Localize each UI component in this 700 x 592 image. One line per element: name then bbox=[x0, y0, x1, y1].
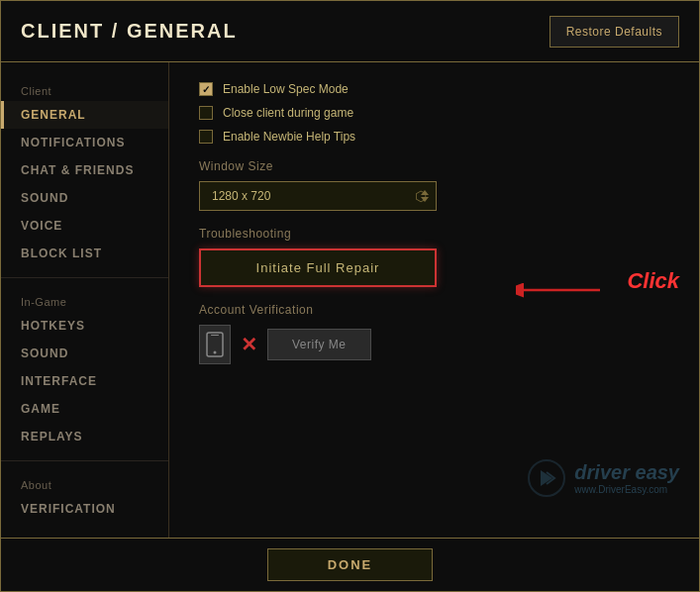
phone-icon bbox=[199, 325, 231, 364]
sidebar-item-voice[interactable]: VOICE bbox=[1, 212, 168, 240]
newbie-tips-label: Enable Newbie Help Tips bbox=[223, 130, 355, 144]
sidebar-item-hotkeys[interactable]: HOTKEYS bbox=[1, 312, 168, 340]
sidebar-item-chat-friends[interactable]: CHAT & FRIENDS bbox=[1, 156, 168, 184]
setting-low-spec: Enable Low Spec Mode bbox=[199, 82, 669, 96]
window-size-select-wrapper: 1280 x 720 1920 x 1080 1024 x 768 bbox=[199, 181, 437, 211]
sidebar-item-block-list[interactable]: BLOCK LIST bbox=[1, 240, 168, 267]
page-title: CLIENT / GENERAL bbox=[21, 20, 238, 43]
restore-defaults-button[interactable]: Restore Defaults bbox=[550, 16, 679, 48]
sidebar-item-game[interactable]: GAME bbox=[1, 395, 168, 423]
verify-me-button[interactable]: Verify Me bbox=[267, 329, 371, 360]
close-client-checkbox-label[interactable]: Close client during game bbox=[199, 106, 353, 120]
sidebar-item-verification[interactable]: VERIFICATION bbox=[1, 495, 168, 523]
watermark: driver easy www.DriverEasy.com bbox=[527, 458, 679, 498]
sidebar-item-sound-client[interactable]: SOUND bbox=[1, 184, 168, 212]
watermark-text: driver easy www.DriverEasy.com bbox=[574, 461, 679, 495]
sidebar-section-ingame: In-Game bbox=[1, 288, 168, 312]
troubleshooting-label: Troubleshooting bbox=[199, 227, 669, 241]
footer: DONE bbox=[1, 538, 699, 591]
sidebar-item-replays[interactable]: REPLAYS bbox=[1, 423, 168, 450]
account-verification-label: Account Verification bbox=[199, 303, 669, 317]
driver-easy-logo bbox=[527, 458, 566, 498]
sidebar-section-about: About bbox=[1, 471, 168, 495]
title-bold: GENERAL bbox=[127, 20, 238, 42]
sidebar-divider-2 bbox=[1, 460, 168, 461]
window-size-select[interactable]: 1280 x 720 1920 x 1080 1024 x 768 bbox=[199, 181, 437, 211]
sidebar-item-sound-ingame[interactable]: SOUND bbox=[1, 340, 168, 367]
sidebar-item-general[interactable]: GENERAL bbox=[1, 101, 168, 129]
account-verification-row: ✕ Verify Me bbox=[199, 325, 669, 364]
setting-newbie-tips: Enable Newbie Help Tips bbox=[199, 130, 669, 144]
click-arrow-icon bbox=[516, 275, 605, 305]
low-spec-checkbox[interactable] bbox=[199, 82, 213, 96]
sidebar-item-notifications[interactable]: NOTIFICATIONS bbox=[1, 129, 168, 156]
sidebar-divider bbox=[1, 277, 168, 278]
close-client-label: Close client during game bbox=[223, 106, 353, 120]
close-client-checkbox[interactable] bbox=[199, 106, 213, 120]
done-button[interactable]: DONE bbox=[267, 548, 434, 581]
header: CLIENT / GENERAL Restore Defaults bbox=[1, 1, 699, 62]
svg-rect-1 bbox=[211, 335, 219, 336]
sidebar: Client GENERAL NOTIFICATIONS CHAT & FRIE… bbox=[1, 62, 169, 538]
click-text: Click bbox=[627, 268, 679, 293]
watermark-brand-name: driver easy bbox=[574, 461, 679, 484]
window-size-label: Window Size bbox=[199, 159, 669, 173]
title-prefix: CLIENT / bbox=[21, 20, 127, 42]
watermark-url: www.DriverEasy.com bbox=[574, 484, 679, 495]
newbie-tips-checkbox[interactable] bbox=[199, 130, 213, 144]
svg-point-2 bbox=[214, 351, 217, 354]
setting-close-client: Close client during game bbox=[199, 106, 669, 120]
x-mark-icon: ✕ bbox=[241, 333, 257, 356]
sidebar-item-interface[interactable]: INTERFACE bbox=[1, 367, 168, 395]
low-spec-checkbox-label[interactable]: Enable Low Spec Mode bbox=[199, 82, 349, 96]
click-annotation: Click bbox=[627, 268, 679, 294]
main-layout: Client GENERAL NOTIFICATIONS CHAT & FRIE… bbox=[1, 62, 699, 538]
newbie-tips-checkbox-label[interactable]: Enable Newbie Help Tips bbox=[199, 130, 355, 144]
content-area: Enable Low Spec Mode Close client during… bbox=[169, 62, 699, 538]
initiate-repair-button[interactable]: Initiate Full Repair bbox=[199, 248, 437, 287]
sidebar-section-client: Client bbox=[1, 77, 168, 101]
low-spec-label: Enable Low Spec Mode bbox=[223, 82, 349, 96]
